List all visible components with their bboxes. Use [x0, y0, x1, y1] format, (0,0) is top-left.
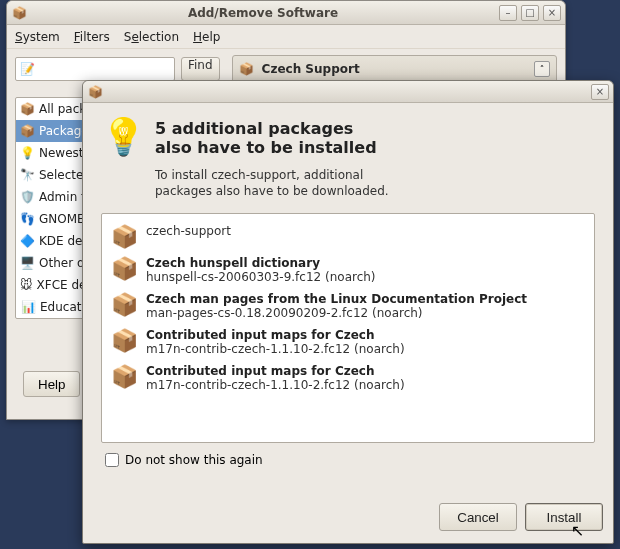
menu-help[interactable]: Help: [193, 30, 220, 44]
dialog-heading: 5 additional packages also have to be in…: [155, 119, 389, 157]
package-detail: m17n-contrib-czech-1.1.10-2.fc12 (noarch…: [146, 342, 405, 356]
package-item: 📦 Czech hunspell dictionary hunspell-cs-…: [110, 252, 586, 288]
package-detail: hunspell-cs-20060303-9.fc12 (noarch): [146, 270, 376, 284]
dialog-body: 💡 5 additional packages also have to be …: [83, 103, 613, 489]
gnome-icon: 👣: [20, 211, 35, 227]
package-title: Contributed input maps for Czech: [146, 328, 405, 342]
package-detail: m17n-contrib-czech-1.1.10-2.fc12 (noarch…: [146, 378, 405, 392]
find-button[interactable]: Find: [181, 57, 220, 81]
install-button[interactable]: Install: [525, 503, 603, 531]
menubar: System Filters Selection Help: [7, 25, 565, 49]
package-title: Contributed input maps for Czech: [146, 364, 405, 378]
dialog-options: Do not show this again: [101, 443, 595, 467]
package-title: czech-support: [146, 224, 231, 238]
maximize-button[interactable]: □: [521, 5, 539, 21]
package-icon: 📦: [110, 224, 138, 248]
dialog-titlebar: 📦 ×: [83, 81, 613, 103]
expand-icon[interactable]: ˄: [534, 61, 550, 77]
main-title: Add/Remove Software: [31, 6, 495, 20]
package-icon: 📦: [110, 256, 138, 280]
package-title: Czech man pages from the Linux Documenta…: [146, 292, 527, 306]
menu-selection[interactable]: Selection: [124, 30, 179, 44]
package-item: 📦 Czech man pages from the Linux Documen…: [110, 288, 586, 324]
dialog-button-row: Cancel Install: [83, 489, 613, 543]
box-icon: 📦: [20, 123, 35, 139]
package-title: Czech hunspell dictionary: [146, 256, 376, 270]
dont-show-label: Do not show this again: [125, 453, 263, 467]
lightbulb-icon: 💡: [101, 119, 141, 159]
dont-show-checkbox[interactable]: [105, 453, 119, 467]
dialog-header: 💡 5 additional packages also have to be …: [101, 119, 595, 199]
shield-icon: 🛡️: [20, 189, 35, 205]
group-title: Czech Support: [262, 62, 360, 76]
app-icon: 📦: [87, 84, 103, 100]
education-icon: 📊: [20, 299, 36, 315]
dialog-subtext: To install czech-support, additional pac…: [155, 167, 389, 199]
minimize-button[interactable]: –: [499, 5, 517, 21]
app-icon: 📦: [11, 5, 27, 21]
box-icon: 📦: [20, 101, 35, 117]
menu-filters[interactable]: Filters: [74, 30, 110, 44]
package-icon: 📦: [110, 364, 138, 388]
desktop-icon: 🖥️: [20, 255, 35, 271]
package-item: 📦 Contributed input maps for Czech m17n-…: [110, 324, 586, 360]
package-icon: 📦: [110, 328, 138, 352]
group-header[interactable]: 📦 Czech Support ˄: [232, 55, 557, 83]
xfce-icon: 🐭: [20, 277, 33, 293]
package-detail: man-pages-cs-0.18.20090209-2.fc12 (noarc…: [146, 306, 527, 320]
cancel-button[interactable]: Cancel: [439, 503, 517, 531]
package-box-icon: 📦: [239, 62, 254, 76]
menu-system[interactable]: System: [15, 30, 60, 44]
dialog-close-button[interactable]: ×: [591, 84, 609, 100]
close-button[interactable]: ×: [543, 5, 561, 21]
binoculars-icon: 🔭: [20, 167, 35, 183]
main-titlebar: 📦 Add/Remove Software – □ ×: [7, 1, 565, 25]
search-input[interactable]: 📝: [15, 57, 175, 81]
search-edit-icon: 📝: [20, 62, 35, 76]
package-list[interactable]: 📦 czech-support 📦 Czech hunspell diction…: [101, 213, 595, 443]
bulb-icon: 💡: [20, 145, 35, 161]
package-item: 📦 czech-support: [110, 220, 586, 252]
install-dialog: 📦 × 💡 5 additional packages also have to…: [82, 80, 614, 544]
help-button[interactable]: Help: [23, 371, 80, 397]
kde-icon: 🔷: [20, 233, 35, 249]
package-item: 📦 Contributed input maps for Czech m17n-…: [110, 360, 586, 396]
package-icon: 📦: [110, 292, 138, 316]
